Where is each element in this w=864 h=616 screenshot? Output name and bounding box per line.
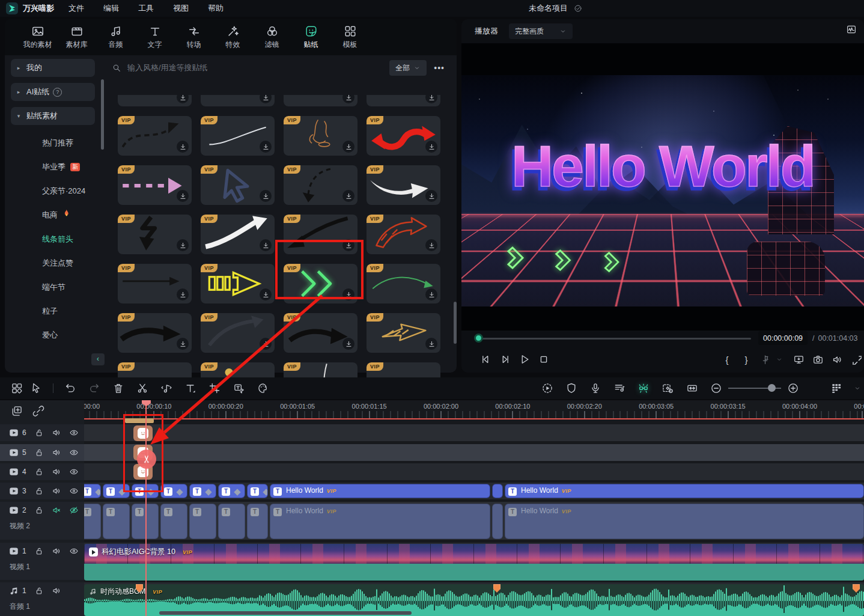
- zoomin-button[interactable]: [786, 382, 800, 395]
- play-button[interactable]: [518, 353, 531, 366]
- track-header-video5[interactable]: 5: [0, 444, 84, 461]
- text-clip-small[interactable]: T: [189, 484, 216, 498]
- timeline-zoom-handle[interactable]: [768, 384, 776, 392]
- eye-icon[interactable]: [69, 486, 79, 496]
- seek-bar[interactable]: [479, 338, 751, 340]
- download-button[interactable]: [260, 288, 272, 300]
- track-row-video5[interactable]: [84, 444, 864, 461]
- text-button[interactable]: [184, 382, 197, 395]
- download-button[interactable]: [342, 190, 354, 202]
- download-button[interactable]: [177, 190, 189, 202]
- download-button[interactable]: [342, 141, 354, 153]
- beat-button[interactable]: [637, 382, 650, 395]
- more-options-button[interactable]: •••: [427, 63, 452, 73]
- sticker-card-s13[interactable]: VIP: [118, 264, 192, 303]
- eye-icon[interactable]: [69, 448, 79, 457]
- sidebar-group-我的[interactable]: ▸我的: [11, 59, 95, 77]
- sticker-card-s19[interactable]: VIP: [284, 313, 357, 353]
- text-clip-hello-world[interactable]: THello WorldVIP: [505, 484, 864, 498]
- sticker-card-s4[interactable]: VIP: [367, 116, 440, 156]
- sticker-card-f2[interactable]: [201, 95, 275, 106]
- marker-button[interactable]: [758, 353, 771, 366]
- speaker-icon[interactable]: [52, 448, 61, 457]
- tab-我的素材[interactable]: 我的素材: [18, 25, 57, 50]
- download-button[interactable]: [425, 190, 437, 202]
- track-header-video6[interactable]: 6: [0, 424, 84, 441]
- text-clip-small[interactable]: T: [160, 484, 187, 498]
- tab-特效[interactable]: 特效: [213, 25, 252, 50]
- menu-编辑[interactable]: 编辑: [94, 0, 129, 17]
- mark-out-button[interactable]: }: [740, 353, 753, 366]
- preview-canvas[interactable]: Hello World: [461, 43, 864, 331]
- sticker-card-f1[interactable]: [118, 95, 192, 106]
- sticker-card-s7[interactable]: VIP: [284, 165, 357, 205]
- category-端午节[interactable]: 端午节: [5, 275, 101, 299]
- category-粒子[interactable]: 粒子: [5, 299, 101, 323]
- sticker-card-s5[interactable]: VIP: [118, 165, 192, 205]
- download-button[interactable]: [425, 141, 437, 153]
- sticker-card-s17[interactable]: VIP: [118, 313, 192, 353]
- download-button[interactable]: [177, 141, 189, 153]
- sticker-card-f4[interactable]: [367, 95, 440, 106]
- eye-icon[interactable]: [69, 546, 79, 556]
- redo-button[interactable]: [88, 382, 101, 395]
- tab-素材库[interactable]: 素材库: [57, 25, 96, 50]
- sticker-card-s18[interactable]: VIP: [201, 313, 275, 353]
- mark-in-button[interactable]: {: [720, 353, 734, 366]
- tracks-button[interactable]: [830, 382, 843, 395]
- tab-模板[interactable]: 模板: [330, 25, 370, 50]
- sidebar-group-AI贴纸[interactable]: ▸AI贴纸?: [11, 83, 95, 101]
- sticker-card-s3[interactable]: VIP: [284, 116, 357, 156]
- speaker-icon[interactable]: [52, 486, 61, 496]
- text-clip-small[interactable]: T: [84, 484, 101, 498]
- mic-button[interactable]: [589, 382, 602, 395]
- seek-handle[interactable]: [474, 334, 483, 343]
- timeline-horizontal-scrollbar[interactable]: [159, 611, 412, 615]
- sticker-card-f3[interactable]: [284, 95, 357, 106]
- download-button[interactable]: [177, 338, 189, 350]
- sidebar-group-贴纸素材[interactable]: ▾贴纸素材: [11, 107, 95, 125]
- text-clip-hello-world[interactable]: THello WorldVIP: [270, 484, 490, 498]
- track-row-video6[interactable]: [84, 424, 864, 441]
- sticker-card-s14[interactable]: VIP: [201, 264, 275, 303]
- sticker-card-s1[interactable]: VIP: [118, 116, 192, 156]
- shield-button[interactable]: [565, 382, 578, 395]
- grid-scrollbar[interactable]: [454, 302, 457, 344]
- zoomout-button[interactable]: [710, 382, 723, 395]
- nextf-button[interactable]: [499, 353, 512, 366]
- scissors-button[interactable]: [136, 382, 149, 395]
- sticker-card-s2[interactable]: VIP: [201, 116, 275, 156]
- track-row-video4[interactable]: [84, 463, 864, 480]
- download-button[interactable]: [260, 141, 272, 153]
- text-clip-small[interactable]: T: [218, 484, 245, 498]
- sticker-card-s20[interactable]: VIP: [367, 313, 440, 353]
- category-爱心[interactable]: 爱心: [5, 323, 101, 347]
- stt-button[interactable]: [233, 382, 246, 395]
- undo-button[interactable]: [64, 382, 77, 395]
- download-button[interactable]: [425, 239, 437, 251]
- track-header-video2[interactable]: 2视频 2: [0, 502, 84, 540]
- trash-button[interactable]: [112, 382, 125, 395]
- palette-button[interactable]: [257, 382, 270, 395]
- download-button[interactable]: [177, 288, 189, 300]
- download-button[interactable]: [260, 338, 272, 350]
- speaker-muted-icon[interactable]: [52, 505, 61, 515]
- tab-滤镜[interactable]: 滤镜: [252, 25, 291, 50]
- render-button[interactable]: [541, 382, 554, 395]
- track-manage-chevron[interactable]: [851, 382, 864, 395]
- add-media-to-timeline-button[interactable]: [11, 405, 23, 417]
- eye-hidden-icon[interactable]: [69, 505, 79, 515]
- download-button[interactable]: [425, 338, 437, 350]
- text-clip-fragment[interactable]: [492, 484, 503, 498]
- download-button[interactable]: [177, 239, 189, 251]
- playback-quality-dropdown[interactable]: 完整画质: [509, 23, 573, 39]
- sticker-search-bar[interactable]: 输入风格/用途等搜贴纸 全部 •••: [112, 58, 452, 78]
- category-毕业季[interactable]: 毕业季新: [5, 155, 101, 179]
- tab-文字[interactable]: 文字: [135, 25, 174, 50]
- text-clip-small[interactable]: T: [160, 504, 187, 539]
- camera-button[interactable]: [811, 353, 824, 366]
- crop-button[interactable]: [208, 382, 221, 395]
- speaker-button[interactable]: [830, 353, 844, 366]
- category-线条箭头[interactable]: 线条箭头: [5, 227, 101, 251]
- tab-贴纸[interactable]: 贴纸: [291, 25, 330, 50]
